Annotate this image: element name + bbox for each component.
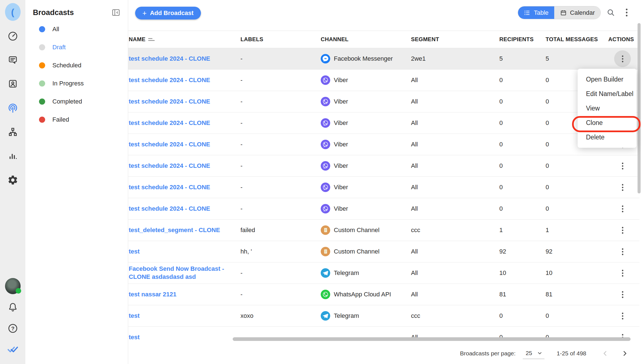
status-filter-list: All Draft Scheduled In Progress Complete… [25,20,128,129]
status-filter-in-progress[interactable]: In Progress [25,74,128,92]
status-filter-label: All [52,26,59,33]
status-filter-draft[interactable]: Draft [25,38,128,56]
labels-cell: - [240,55,320,62]
menu-item-view[interactable]: View [578,101,636,115]
broadcast-name-link[interactable]: test schedule 2024 - CLONE [129,184,218,191]
status-filter-label: Draft [52,44,66,51]
row-actions-button[interactable] [614,222,631,238]
status-dot [39,117,45,123]
broadcast-name-link[interactable]: test schedule 2024 - CLONE [129,77,218,83]
menu-item-delete[interactable]: Delete [578,130,636,144]
per-page-select[interactable]: 25 [523,348,544,359]
kebab-icon [622,184,624,191]
channel-cell: Custom Channel [320,225,410,235]
channel-label: Viber [334,162,348,169]
horizontal-scrollbar[interactable] [233,337,631,341]
flows-icon [7,126,18,137]
status-filter-failed[interactable]: Failed [25,110,128,129]
broadcast-name-link[interactable]: test schedule 2024 - CLONE [129,205,218,212]
broadcast-name-link[interactable]: test schedule 2024 - CLONE [129,162,218,169]
status-filter-all[interactable]: All [25,20,128,38]
sidebar-item-analytics[interactable] [5,148,21,164]
live-chat-icon [7,54,18,65]
broadcast-name-link[interactable]: Facebook Send Now Broadcast - CLONE asda… [129,265,224,280]
actions-cell [608,50,639,67]
table-row: Facebook Send Now Broadcast - CLONE asda… [128,262,639,284]
broadcast-name-cell: test nassar 2121 [128,291,240,299]
more-options-button[interactable] [619,5,634,20]
row-actions-button[interactable] [614,243,631,260]
menu-item-open-builder[interactable]: Open Builder [578,72,636,87]
broadcast-name-link[interactable]: test schedule 2024 - CLONE [129,141,218,148]
search-button[interactable] [604,5,618,20]
channel-cell: Viber [320,140,410,149]
broadcast-name-link[interactable]: test schedule 2024 - CLONE [129,55,218,62]
sidebar-item-broadcasts-active[interactable] [5,100,21,116]
row-actions-button[interactable] [614,265,631,281]
sidebar-item-contacts[interactable] [5,76,21,92]
menu-item-clone[interactable]: Clone [578,115,636,130]
table-row: test schedule 2024 - CLONE - Viber All 0… [128,155,639,177]
notifications-button[interactable] [5,299,21,315]
menu-item-edit-name-label[interactable]: Edit Name/Label [578,87,636,101]
next-page-button[interactable] [619,348,630,359]
row-actions-button[interactable] [614,50,631,67]
sidebar-item-flows[interactable] [5,124,21,140]
contacts-icon [7,78,18,89]
status-filter-scheduled[interactable]: Scheduled [25,56,128,74]
sidebar-item-livechat[interactable] [5,52,21,68]
header-segment: SEGMENT [410,36,499,43]
sidebar-item-settings[interactable] [5,172,21,188]
table-row: test_deleted_segment - CLONE failed Cust… [128,220,639,241]
panel-collapse-icon [111,8,121,17]
table-row: test hh, ' Custom Channel All 92 92 [128,241,639,262]
row-actions-button[interactable] [614,158,631,174]
help-button[interactable]: ? [5,321,21,336]
row-actions-button[interactable] [614,308,631,324]
broadcast-name-link[interactable]: test schedule 2024 - CLONE [129,119,218,126]
channel-cell: Viber [320,204,410,213]
broadcast-name-link[interactable]: test_deleted_segment - CLONE [129,227,228,233]
viber-channel-icon [321,118,330,128]
channel-label: Custom Channel [334,248,380,255]
total-messages-cell: 1 [545,227,608,234]
add-broadcast-button[interactable]: + Add Broadcast [135,7,201,19]
telegram-channel-icon [321,268,330,278]
segment-cell: All [410,248,499,255]
sidebar-item-dashboard[interactable] [5,28,21,44]
channel-cell: Viber [320,183,410,192]
row-actions-button[interactable] [614,286,631,303]
status-dot [39,26,45,32]
channel-cell: Viber [320,161,410,171]
telegram-channel-icon [321,311,330,321]
add-broadcast-label: Add Broadcast [150,9,193,17]
status-filter-completed[interactable]: Completed [25,92,128,110]
segment-cell: All [410,162,499,169]
row-actions-button[interactable] [614,200,631,217]
per-page-value: 25 [526,350,532,356]
list-icon [524,9,531,16]
table-row: test xoxo Telegram ccc 0 0 [128,305,639,327]
broadcast-name-link[interactable]: test nassar 2121 [129,291,184,298]
toggle-table[interactable]: Table [518,6,554,19]
row-actions-button[interactable] [614,179,631,196]
broadcast-name-link[interactable]: test [129,334,147,341]
toggle-calendar[interactable]: Calendar [554,6,600,19]
previous-page-button[interactable] [600,348,611,359]
svg-text:?: ? [11,326,14,331]
labels-cell: - [240,162,320,169]
viber-channel-icon [321,161,330,171]
header-name[interactable]: NAME [128,36,240,43]
total-messages-cell: 0 [545,184,608,191]
vertical-scrollbar[interactable] [638,23,641,193]
broadcast-name-link[interactable]: test [129,312,147,319]
broadcast-name-link[interactable]: test schedule 2024 - CLONE [129,98,218,105]
workspace-logo[interactable]: ( [5,4,21,20]
chevron-left-icon [602,350,609,357]
user-avatar-button[interactable] [5,278,21,294]
kebab-icon [622,291,624,298]
toggle-calendar-label: Calendar [570,9,595,16]
sidebar-collapse-button[interactable] [111,8,121,17]
total-messages-cell: 92 [545,248,608,255]
broadcast-name-link[interactable]: test [129,248,147,255]
